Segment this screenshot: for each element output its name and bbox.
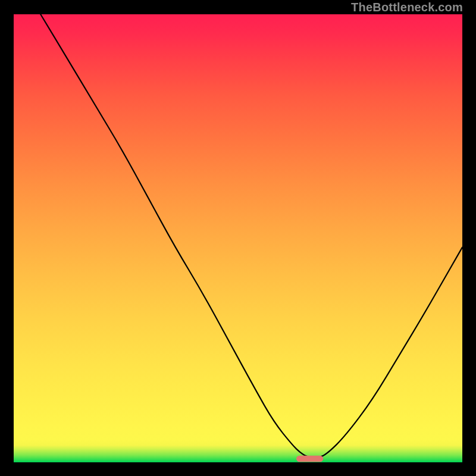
optimal-range-marker xyxy=(296,456,323,462)
chart-frame: TheBottleneck.com xyxy=(0,0,476,476)
chart-plot-area xyxy=(14,14,462,462)
bottleneck-curve xyxy=(40,14,462,458)
chart-svg xyxy=(14,14,462,462)
watermark-text: TheBottleneck.com xyxy=(351,1,463,14)
